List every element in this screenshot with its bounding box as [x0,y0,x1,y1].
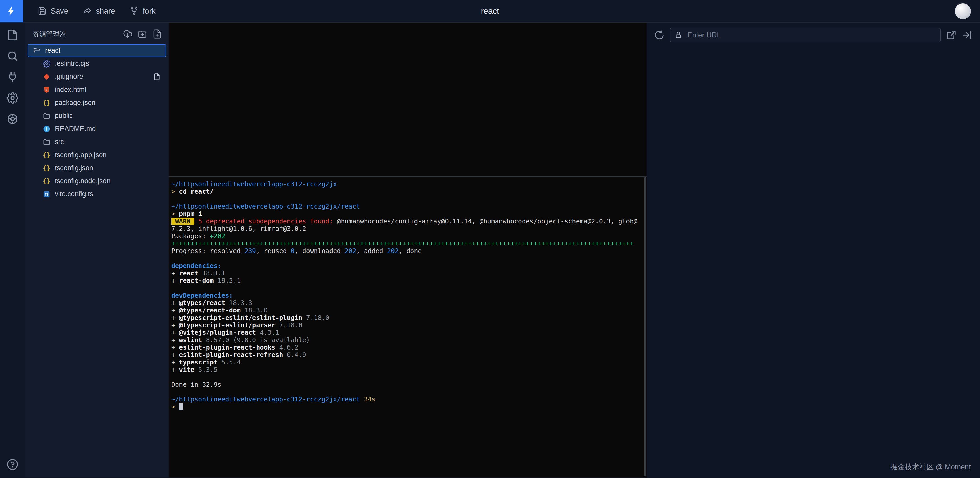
reload-icon[interactable] [654,30,664,40]
terminal-text: pnpm i [179,210,202,218]
new-file-icon[interactable] [152,29,162,39]
file-tree-item[interactable]: {}tsconfig.json [28,162,166,175]
terminal-line [171,373,647,381]
terminal-line [171,284,647,292]
file-name: tsconfig.node.json [55,177,111,185]
file-name: vite.config.ts [55,190,93,198]
save-button[interactable]: Save [38,6,68,15]
braces-icon: {} [43,99,51,107]
folder-tree-item[interactable]: public [28,109,166,122]
user-avatar[interactable] [955,3,971,19]
terminal-text: 18.3.1 [198,270,225,277]
terminal-text: ~/httpsonlineeditwebvercelapp-c312-rcczg… [171,180,337,188]
terminal-text: dependencies: [171,262,221,270]
collapse-right-icon[interactable] [962,30,972,40]
folder-tree-item[interactable]: src [28,135,166,148]
lightning-icon [6,5,17,17]
terminal-line: + @typescript-eslint/eslint-plugin 7.18.… [171,314,647,321]
braces-icon: {} [43,151,51,159]
file-name: .eslintrc.cjs [55,60,89,68]
file-tree-item[interactable]: {}package.json [28,96,166,109]
terminal-line: > [171,403,647,410]
share-label: share [96,6,115,15]
file-tree-item[interactable]: {}tsconfig.app.json [28,148,166,162]
terminal-text: 7.18.0 [302,314,329,321]
terminal-text: + [171,336,179,344]
search-icon[interactable] [6,50,18,62]
terminal-text: 202 [387,247,399,255]
terminal-text: WARN [171,218,194,225]
svg-text:5: 5 [46,88,47,91]
terminal-text: 34s [360,395,375,403]
fork-button[interactable]: fork [130,6,155,15]
terminal-text: ~/httpsonlineeditwebvercelapp-c312-rcczg… [171,395,360,403]
braces-icon: {} [43,164,51,172]
open-external-icon[interactable] [946,30,956,40]
cloud-download-icon[interactable] [123,29,132,39]
plug-icon[interactable] [6,71,18,83]
save-label: Save [51,6,68,15]
share-button[interactable]: share [83,6,115,15]
terminal-line: + eslint-plugin-react-hooks 4.6.2 [171,344,647,351]
terminal-line: 7.2.3, inflight@1.0.6, rimraf@3.0.2 [171,225,647,232]
terminal-text: + [171,306,179,314]
terminal-line: ~/httpsonlineeditwebvercelapp-c312-rcczg… [171,180,647,188]
terminal-text: Done in 32.9s [171,381,221,388]
folder-icon [43,138,51,146]
terminal-text: ++++++++++++++++++++++++++++++++++++++++… [171,240,634,247]
app-logo[interactable] [0,0,23,22]
file-name: package.json [55,99,95,107]
terminal-text: 5.3.5 [194,366,217,373]
file-name: .gitignore [55,73,83,81]
terminal-text: > [171,188,179,195]
terminal-text: @typescript-eslint/eslint-plugin [179,314,302,321]
file-name: README.md [55,125,96,133]
terminal-text: > [171,210,179,218]
terminal-line [171,195,647,203]
settings-icon[interactable] [6,92,18,104]
terminal-text: + [171,344,179,351]
terminal-text: +202 [210,232,225,240]
terminal-text: 8.57.0 (9.8.0 is available) [202,336,310,344]
terminal-line: ++++++++++++++++++++++++++++++++++++++++… [171,240,647,247]
terminal-line: + @types/react 18.3.3 [171,299,647,306]
files-icon[interactable] [6,29,18,41]
braces-icon: {} [43,177,51,185]
terminal-text: @humanwhocodes/config-array@0.11.14, @hu… [333,218,638,225]
terminal-text: Progress: resolved [171,247,245,255]
help-icon[interactable] [6,459,18,470]
terminal-text: 18.3.0 [241,306,267,314]
file-tree-item[interactable]: 5index.html [28,83,166,96]
file-tree-item[interactable]: {}tsconfig.node.json [28,175,166,187]
terminal-text: , added [356,247,387,255]
manage-icon[interactable] [6,113,18,125]
preview-panel: 掘金技术社区 @ Moment [647,22,980,478]
git-icon [43,73,51,81]
terminal-text: 0.4.9 [283,351,306,359]
terminal[interactable]: ~/httpsonlineeditwebvercelapp-c312-rcczg… [169,176,647,478]
terminal-text: 239 [245,247,256,255]
terminal-scrollbar[interactable] [644,177,646,476]
file-tree-item[interactable]: TSvite.config.ts [28,187,166,201]
terminal-line: + eslint-plugin-react-refresh 0.4.9 [171,351,647,359]
file-tree-item[interactable]: .eslintrc.cjs [28,57,166,70]
terminal-line: Progress: resolved 239, reused 0, downlo… [171,247,647,255]
terminal-text: , done [399,247,422,255]
url-input[interactable] [670,28,940,43]
terminal-text: 4.6.2 [275,344,298,351]
terminal-text: > [171,403,179,410]
terminal-line: ~/httpsonlineeditwebvercelapp-c312-rcczg… [171,395,647,403]
eslint-icon [43,60,51,68]
file-tree-item[interactable]: .gitignore [28,70,166,83]
file-tree-item[interactable]: iREADME.md [28,122,166,135]
folder-tree-item[interactable]: react [28,44,166,57]
file-name: react [45,46,60,54]
terminal-line: + @typescript-eslint/parser 7.18.0 [171,321,647,329]
new-folder-icon[interactable] [137,29,147,39]
editor-terminal-column: ~/httpsonlineeditwebvercelapp-c312-rcczg… [169,22,647,478]
file-name: index.html [55,86,86,94]
svg-text:i: i [46,127,47,131]
terminal-text: + [171,329,179,336]
terminal-text: + [171,314,179,321]
ts-icon: TS [43,190,51,199]
